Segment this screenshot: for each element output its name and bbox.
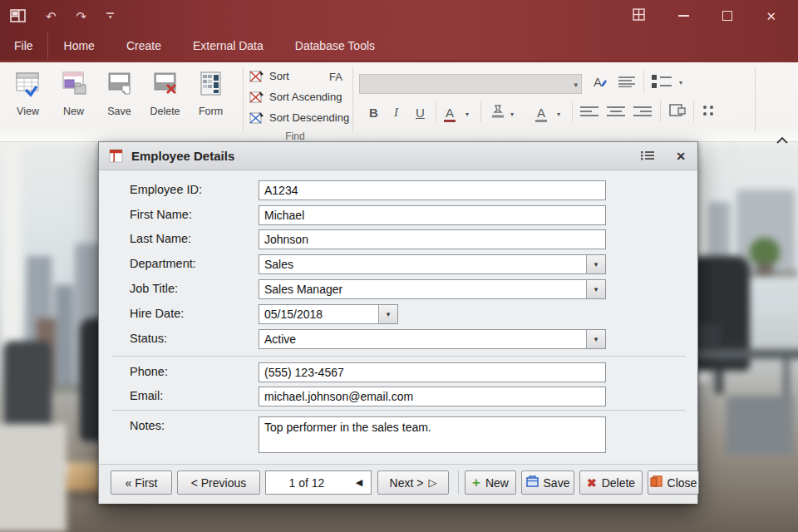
customize-quick-access-icon[interactable]: ▾ xyxy=(106,12,114,19)
save-record-button[interactable]: Save xyxy=(100,67,139,117)
background-color-icon[interactable] xyxy=(490,104,505,122)
undo-icon[interactable]: ↶ xyxy=(46,10,57,22)
line-spacing-icon[interactable] xyxy=(618,76,635,87)
delete-button-label: Delete xyxy=(602,476,635,490)
dialog-launcher-dots-icon[interactable] xyxy=(702,104,715,121)
switch-window-icon[interactable] xyxy=(668,102,687,122)
job-title-dropdown[interactable]: Sales Manager ▾ xyxy=(259,279,606,299)
alt-font-color-dropdown-icon[interactable]: ▾ xyxy=(557,111,560,118)
email-input[interactable]: michael.johnson@email.com xyxy=(259,387,606,406)
hire-date-dropdown[interactable]: 05/15/2018 ▾ xyxy=(259,304,398,324)
first-record-button[interactable]: « First xyxy=(111,470,172,495)
form-icon xyxy=(197,70,225,101)
dialog-title-bar[interactable]: Employee Details ✕ xyxy=(99,142,697,170)
font-color-dropdown-icon[interactable]: ▾ xyxy=(466,111,469,118)
app-chrome: ↶ ↷ ▾ ✕ File Home Create External Data D… xyxy=(0,0,798,60)
department-dropdown-icon[interactable]: ▾ xyxy=(586,255,605,273)
sort-descending-button[interactable]: Sort Descending xyxy=(249,107,351,128)
form-button[interactable]: Form xyxy=(191,67,230,117)
tab-external-data[interactable]: External Data xyxy=(177,32,279,59)
new-record-label: New xyxy=(63,106,84,117)
ribbon-display-options-icon[interactable] xyxy=(633,8,645,24)
new-record-icon xyxy=(60,70,88,101)
find-extra-text: FA xyxy=(329,71,342,83)
alt-font-color-icon[interactable]: A xyxy=(535,106,547,122)
save-record-icon xyxy=(106,70,134,101)
job-title-value: Sales Manager xyxy=(264,283,342,296)
phone-input[interactable]: (555) 123-4567 xyxy=(259,362,606,382)
new-button[interactable]: + New xyxy=(465,470,516,495)
delete-record-button[interactable]: Delete xyxy=(145,67,185,117)
view-label: View xyxy=(17,106,39,117)
dialog-title: Employee Details xyxy=(131,149,234,163)
records-group: View New Save Delete Form xyxy=(8,67,230,117)
job-title-dropdown-icon[interactable]: ▾ xyxy=(586,280,605,298)
minimize-icon[interactable] xyxy=(678,15,689,17)
tab-file[interactable]: File xyxy=(0,32,48,59)
tab-create[interactable]: Create xyxy=(111,32,177,59)
sort-ascending-label: Sort Ascending xyxy=(269,91,342,103)
employee-id-input[interactable]: A1234 xyxy=(259,180,606,200)
new-record-button[interactable]: New xyxy=(54,67,93,117)
background-color-dropdown-icon[interactable]: ▾ xyxy=(510,111,514,118)
group-separator xyxy=(352,67,353,132)
field-label-email: Email: xyxy=(130,389,163,402)
customize-chevron: ▾ xyxy=(109,15,112,19)
dialog-close-icon[interactable]: ✕ xyxy=(676,150,686,163)
underline-button[interactable]: U xyxy=(416,106,425,120)
font-size-icon[interactable]: A xyxy=(594,75,607,89)
form-label: Form xyxy=(199,106,223,117)
delete-record-icon xyxy=(151,70,180,101)
collapse-ribbon-icon[interactable] xyxy=(776,132,788,147)
sort-ascending-button[interactable]: Sort Ascending xyxy=(249,86,351,107)
datasheet-menu-icon[interactable] xyxy=(641,149,654,164)
view-button[interactable]: View xyxy=(8,67,47,117)
window-controls: ✕ xyxy=(633,0,798,32)
align-right-icon[interactable] xyxy=(633,106,652,118)
font-color-icon[interactable]: A xyxy=(444,106,456,122)
sort-label: Sort xyxy=(269,70,289,82)
previous-record-button[interactable]: < Previous xyxy=(177,470,260,495)
close-button[interactable]: Close xyxy=(648,470,699,495)
bullet-list-icon[interactable] xyxy=(652,74,672,89)
title-bar: ↶ ↷ ▾ ✕ xyxy=(0,0,798,32)
field-label-employee-id: Employee ID: xyxy=(130,183,202,196)
delete-button[interactable]: ✖ Delete xyxy=(579,470,643,495)
field-label-department: Department: xyxy=(130,257,196,270)
field-label-first-name: First Name: xyxy=(130,208,192,221)
delete-x-icon: ✖ xyxy=(587,477,597,489)
record-back-icon[interactable]: ◀ xyxy=(347,477,371,488)
notes-textarea[interactable]: Top performer in the sales team. xyxy=(259,416,606,453)
bullet-dropdown-icon[interactable]: ▾ xyxy=(679,79,682,86)
dialog-titlebar-tools: ✕ xyxy=(641,142,686,170)
redo-icon[interactable]: ↷ xyxy=(76,10,87,22)
app-logo-icon[interactable] xyxy=(10,9,26,22)
next-record-button[interactable]: Next > ▷ xyxy=(377,470,449,495)
record-indicator-text: 1 of 12 xyxy=(266,476,347,490)
bold-button[interactable]: B xyxy=(369,106,378,120)
status-dropdown-icon[interactable]: ▾ xyxy=(586,330,605,348)
form-window-icon xyxy=(109,149,123,163)
italic-button[interactable]: I xyxy=(394,106,398,120)
maximize-icon[interactable] xyxy=(722,11,732,21)
close-door-icon xyxy=(650,475,663,490)
align-left-icon[interactable] xyxy=(580,106,598,118)
last-name-input[interactable]: Johnson xyxy=(259,229,606,249)
small-separator xyxy=(436,101,436,122)
hire-date-dropdown-icon[interactable]: ▾ xyxy=(378,305,397,323)
status-dropdown[interactable]: Active ▾ xyxy=(259,329,606,349)
department-dropdown[interactable]: Sales ▾ xyxy=(259,254,606,274)
sort-icon xyxy=(249,70,264,83)
tab-database-tools[interactable]: Database Tools xyxy=(279,32,391,59)
font-name-combobox[interactable]: ▾ xyxy=(359,74,582,94)
small-separator xyxy=(572,101,573,122)
text-formatting-group: ▾ A ▾ B I U A ▾ ▾ A ▾ xyxy=(359,62,755,142)
first-name-input[interactable]: Michael xyxy=(259,205,606,225)
record-indicator[interactable]: 1 of 12 ◀ xyxy=(265,470,372,495)
window-close-icon[interactable]: ✕ xyxy=(766,10,776,22)
align-center-icon[interactable] xyxy=(607,106,625,118)
tab-home[interactable]: Home xyxy=(48,32,111,59)
save-button[interactable]: Save xyxy=(521,470,574,495)
plant-pot xyxy=(756,263,773,276)
font-dropdown-icon[interactable]: ▾ xyxy=(574,81,578,89)
